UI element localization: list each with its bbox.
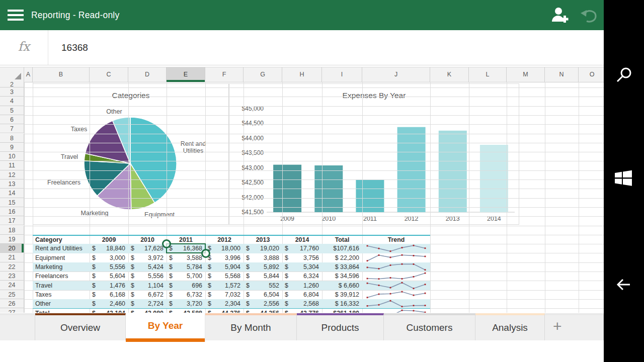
bar-chart-expenses[interactable]: Expenses By Year $45,000$44,500$44,000$4… [229, 83, 519, 225]
cell-value[interactable]: $3,588 [167, 253, 205, 262]
table-row-total[interactable]: Total$43,104$43,080$42,588$44,376$44,256… [33, 308, 430, 313]
cell-category[interactable]: Travel [33, 281, 90, 290]
row-header-15[interactable]: 15 [0, 198, 24, 207]
table-row-equipment[interactable]: Equipment$3,000$3,972$3,588$3,996$3,888$… [33, 253, 430, 262]
cell-value[interactable]: $5,604 [90, 272, 128, 281]
column-header-J[interactable]: J [362, 67, 430, 82]
select-all-corner[interactable] [0, 67, 24, 82]
cell-category[interactable]: Taxes [33, 290, 90, 299]
cell-total[interactable]: $ 34,596 [322, 272, 362, 281]
cell-value[interactable]: $1,260 [282, 281, 322, 290]
windows-start-icon[interactable] [613, 169, 634, 188]
cell-value[interactable]: $6,732 [167, 290, 205, 299]
cell-value[interactable]: $5,844 [244, 272, 282, 281]
column-header-L[interactable]: L [469, 67, 507, 82]
table-row-taxes[interactable]: Taxes$6,168$6,672$6,732$7,032$6,504$6,80… [33, 290, 430, 299]
row-header-27[interactable]: 27 [0, 308, 24, 313]
row-header-9[interactable]: 9 [0, 143, 24, 152]
cell-trend-sparkline[interactable] [362, 290, 430, 299]
cell-value[interactable]: $17,760 [282, 244, 322, 253]
row-header-6[interactable]: 6 [0, 115, 24, 124]
column-header-B[interactable]: B [33, 67, 90, 82]
column-headers[interactable]: ABCDEFGHIJKLMNO [0, 67, 604, 82]
row-header-20[interactable]: 20 [0, 244, 24, 253]
selection-handle-top-left[interactable] [162, 239, 171, 248]
cell-category[interactable]: Rent and Utilities [33, 244, 90, 253]
cell-value[interactable]: $2,568 [282, 299, 322, 308]
table-row-travel[interactable]: Travel$1,476$1,104$696$1,572$552$1,260$ … [33, 281, 430, 290]
row-header-14[interactable]: 14 [0, 189, 24, 198]
cell-value[interactable]: $44,376 [205, 309, 244, 313]
cell-value[interactable]: $3,972 [128, 253, 167, 262]
row-header-16[interactable]: 16 [0, 207, 24, 216]
cell-value[interactable]: $6,804 [282, 290, 322, 299]
cell-value[interactable]: $5,892 [244, 262, 282, 272]
sheet-tab-analysis[interactable]: Analysis [475, 313, 545, 340]
cell-value[interactable]: $552 [244, 281, 282, 290]
cell-total[interactable]: $ 39,912 [322, 290, 362, 299]
cell-value[interactable]: $5,556 [90, 262, 128, 272]
cell-trend-sparkline[interactable] [362, 253, 430, 262]
row-header-10[interactable]: 10 [0, 152, 24, 161]
cell-value[interactable]: $5,784 [167, 262, 205, 272]
cell-value[interactable]: $3,000 [90, 253, 128, 262]
selection-handle-bottom-right[interactable] [201, 249, 210, 258]
cell-value[interactable]: $18,840 [90, 244, 128, 253]
row-header-13[interactable]: 13 [0, 179, 24, 189]
sheet-tab-customers[interactable]: Customers [384, 313, 475, 340]
cell-value[interactable]: $3,720 [167, 299, 205, 308]
column-header-O[interactable]: O [579, 67, 604, 82]
cell-value[interactable]: $1,476 [90, 281, 128, 290]
cell-value[interactable]: $2,556 [244, 299, 282, 308]
row-header-18[interactable]: 18 [0, 226, 24, 235]
cell-category[interactable]: Total [33, 309, 90, 313]
cell-value[interactable]: $5,424 [128, 262, 167, 272]
cell-value[interactable]: $17,628 [128, 244, 167, 253]
grid-body[interactable]: Categories Rent and UtilitiesEquipmentMa… [0, 82, 604, 313]
column-header-D[interactable]: D [128, 67, 167, 82]
row-header-19[interactable]: 19 [0, 235, 24, 244]
column-header-G[interactable]: G [244, 67, 282, 82]
cell-value[interactable]: $1,572 [205, 281, 244, 290]
cell-value[interactable]: $6,168 [90, 290, 128, 299]
cell-value[interactable]: $5,904 [205, 262, 244, 272]
sheet-tab-by-month[interactable]: By Month [205, 313, 297, 340]
cell-trend-sparkline[interactable] [362, 299, 430, 308]
cell-value[interactable]: $696 [167, 281, 205, 290]
hamburger-menu-icon[interactable] [8, 10, 24, 21]
search-icon[interactable] [613, 64, 635, 86]
sheet-tab-overview[interactable]: Overview [35, 313, 126, 340]
cell-trend-sparkline[interactable] [362, 281, 430, 290]
cell-value[interactable]: $5,556 [128, 272, 167, 281]
cell-trend-sparkline[interactable] [362, 262, 430, 272]
cell-category[interactable]: Other [33, 299, 90, 308]
cell-total[interactable]: $ 16,332 [322, 299, 362, 308]
cell-category[interactable]: Marketing [33, 262, 90, 272]
cell-total[interactable]: $107,616 [322, 244, 362, 253]
cell-value[interactable]: $6,504 [244, 290, 282, 299]
row-header-4[interactable]: 4 [0, 97, 24, 106]
column-header-N[interactable]: N [545, 67, 579, 82]
row-header-24[interactable]: 24 [0, 281, 24, 290]
row-header-3[interactable]: 3 [0, 87, 24, 97]
cell-value[interactable]: $42,588 [167, 309, 205, 313]
row-header-7[interactable]: 7 [0, 124, 24, 133]
bar-2014[interactable] [480, 145, 508, 212]
cell-value[interactable]: $18,000 [205, 244, 244, 253]
column-header-C[interactable]: C [90, 67, 128, 82]
cell-value[interactable]: $5,700 [167, 272, 205, 281]
column-header-E[interactable]: E [167, 67, 205, 82]
row-header-12[interactable]: 12 [0, 170, 24, 179]
cell-category[interactable]: Freelancers [33, 272, 90, 281]
cell-value[interactable]: $43,080 [128, 309, 167, 313]
sheet-tab-by-year[interactable]: By Year [126, 313, 205, 342]
row-header-11[interactable]: 11 [0, 161, 24, 170]
row-header-17[interactable]: 17 [0, 216, 24, 225]
add-people-icon[interactable] [548, 6, 569, 24]
cell-value[interactable]: $3,996 [205, 253, 244, 262]
column-header-I[interactable]: I [322, 67, 362, 82]
cell-value[interactable]: $2,724 [128, 299, 167, 308]
cell-category[interactable]: Equipment [33, 253, 90, 262]
cell-value[interactable]: $19,020 [244, 244, 282, 253]
table-row-other[interactable]: Other$2,460$2,724$3,720$2,304$2,556$2,56… [33, 299, 430, 308]
